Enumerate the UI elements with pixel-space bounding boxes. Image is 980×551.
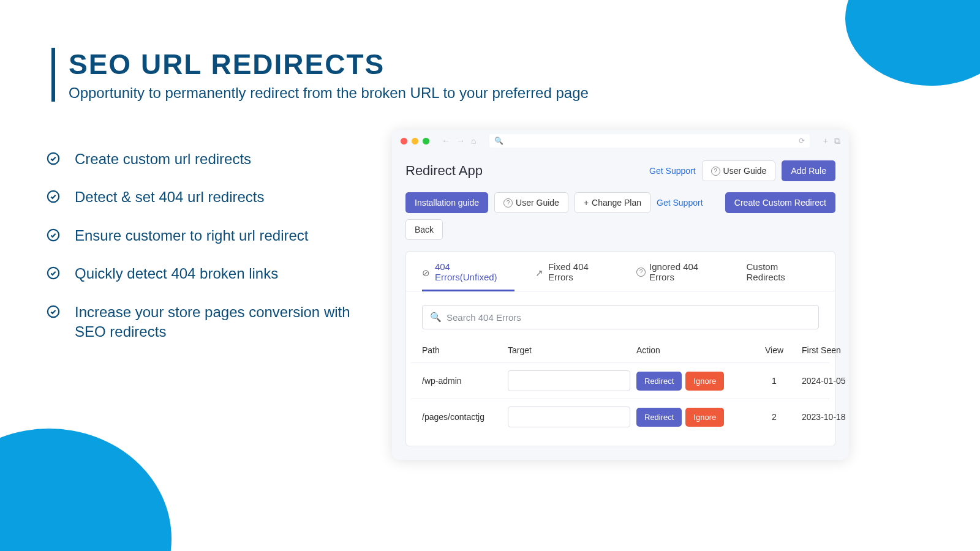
tab-fixed-label: Fixed 404 Errors — [548, 261, 616, 282]
col-target: Target — [508, 345, 630, 355]
copy-icon[interactable]: ⧉ — [834, 136, 840, 146]
tab-fixed[interactable]: ↗Fixed 404 Errors — [535, 261, 616, 291]
tab-unfixed-label: 404 Errors(Unfixed) — [435, 261, 514, 282]
ignore-button[interactable]: Ignore — [685, 372, 724, 391]
user-guide-label: User Guide — [723, 166, 767, 176]
table-row: /wp-admin Redirect Ignore 1 2024-01-05 — [411, 362, 830, 399]
cell-view: 2 — [753, 412, 796, 422]
decorative-blob-bottom-left — [0, 429, 172, 551]
search-wrap: 🔍 Search 404 Errors — [422, 305, 819, 329]
target-input[interactable] — [508, 407, 630, 427]
link-icon: ↗ — [535, 268, 545, 277]
tabs: ⊘404 Errors(Unfixed) ↗Fixed 404 Errors ?… — [406, 252, 835, 291]
tab-custom-label: Custom Redirects — [746, 261, 819, 282]
slash-circle-icon: ⊘ — [422, 268, 431, 277]
feature-item: Ensure customer to right url redirect — [47, 226, 353, 246]
feature-item: Increase your store pages conversion wit… — [47, 302, 353, 342]
col-view: View — [753, 345, 796, 355]
search-icon: 🔍 — [430, 312, 442, 323]
feature-item: Create custom url redirects — [47, 149, 353, 169]
errors-table: Path Target Action View First Seen /wp-a… — [411, 338, 830, 435]
installation-guide-button[interactable]: Installation guide — [405, 192, 488, 213]
maximize-dot[interactable] — [423, 138, 429, 144]
minimize-dot[interactable] — [412, 138, 418, 144]
check-icon — [47, 305, 60, 318]
back-icon[interactable]: ← — [442, 136, 450, 146]
redirect-button[interactable]: Redirect — [636, 408, 682, 427]
help-icon: ? — [503, 198, 513, 208]
app-header: Redirect App Get Support ?User Guide Add… — [392, 152, 849, 192]
change-plan-label: Change Plan — [592, 198, 641, 208]
get-support-link-2[interactable]: Get Support — [657, 198, 703, 208]
table-header: Path Target Action View First Seen — [411, 338, 830, 362]
help-icon: ? — [711, 167, 720, 176]
forward-icon[interactable]: → — [456, 136, 465, 146]
feature-item: Quickly detect 404 broken links — [47, 264, 353, 283]
app-title: Redirect App — [405, 163, 483, 179]
page-title: SEO URL REDIRECTS — [69, 48, 589, 81]
add-rule-button[interactable]: Add Rule — [782, 160, 835, 181]
feature-text: Quickly detect 404 broken links — [75, 264, 278, 283]
window-controls: + ⧉ — [823, 136, 840, 146]
home-icon[interactable]: ⌂ — [471, 136, 476, 146]
browser-chrome: ← → ⌂ 🔍 ⟳ + ⧉ — [392, 130, 849, 152]
col-first-seen: First Seen — [802, 345, 849, 355]
tab-ignored[interactable]: ?Ignored 404 Errors — [636, 261, 725, 291]
cell-path: /pages/contactjg — [422, 412, 502, 422]
check-icon — [47, 266, 60, 280]
search-placeholder: Search 404 Errors — [447, 312, 521, 323]
header-actions: Get Support ?User Guide Add Rule — [649, 160, 835, 181]
feature-text: Detect & set 404 url redirects — [75, 187, 264, 207]
create-custom-redirect-button[interactable]: Create Custom Redirect — [725, 192, 835, 213]
table-row: /pages/contactjg Redirect Ignore 2 2023-… — [411, 399, 830, 435]
user-guide-button-2[interactable]: ?User Guide — [494, 192, 568, 213]
ignore-button[interactable]: Ignore — [685, 408, 724, 427]
target-input[interactable] — [508, 370, 630, 391]
app-window: ← → ⌂ 🔍 ⟳ + ⧉ Redirect App Get Support ?… — [392, 130, 849, 460]
feature-item: Detect & set 404 url redirects — [47, 187, 353, 207]
hero-section: SEO URL REDIRECTS Opportunity to permane… — [51, 48, 589, 102]
decorative-blob-top-right — [845, 0, 980, 86]
nav-controls: ← → ⌂ — [442, 136, 476, 146]
toolbar: Installation guide ?User Guide +Change P… — [392, 192, 849, 251]
feature-text: Increase your store pages conversion wit… — [75, 302, 353, 342]
cell-view: 1 — [753, 376, 796, 386]
get-support-link[interactable]: Get Support — [649, 166, 696, 176]
add-tab-icon[interactable]: + — [823, 136, 828, 146]
traffic-lights — [401, 138, 429, 144]
cell-first-seen: 2024-01-05 — [802, 376, 849, 386]
change-plan-button[interactable]: +Change Plan — [575, 192, 650, 213]
feature-text: Ensure customer to right url redirect — [75, 226, 308, 246]
tab-unfixed[interactable]: ⊘404 Errors(Unfixed) — [422, 261, 514, 291]
check-icon — [47, 228, 60, 242]
tab-ignored-label: Ignored 404 Errors — [649, 261, 725, 282]
check-icon — [47, 152, 60, 165]
cell-path: /wp-admin — [422, 376, 502, 386]
plus-icon: + — [584, 198, 589, 208]
search-icon: 🔍 — [494, 137, 503, 145]
cell-first-seen: 2023-10-18 — [802, 412, 849, 422]
tab-custom[interactable]: Custom Redirects — [746, 261, 819, 291]
check-icon — [47, 190, 60, 203]
user-guide-button[interactable]: ?User Guide — [702, 160, 776, 181]
back-button[interactable]: Back — [405, 219, 443, 240]
feature-text: Create custom url redirects — [75, 149, 251, 169]
url-bar[interactable]: 🔍 ⟳ — [489, 134, 809, 148]
page-subtitle: Opportunity to permanently redirect from… — [69, 84, 589, 102]
close-dot[interactable] — [401, 138, 407, 144]
col-action: Action — [636, 345, 747, 355]
col-path: Path — [422, 345, 502, 355]
help-icon: ? — [636, 268, 646, 277]
user-guide-label-2: User Guide — [516, 198, 559, 208]
errors-card: ⊘404 Errors(Unfixed) ↗Fixed 404 Errors ?… — [405, 251, 835, 446]
redirect-button[interactable]: Redirect — [636, 372, 682, 391]
feature-list: Create custom url redirects Detect & set… — [47, 149, 353, 360]
refresh-icon[interactable]: ⟳ — [799, 137, 805, 145]
search-input[interactable]: 🔍 Search 404 Errors — [422, 305, 819, 329]
